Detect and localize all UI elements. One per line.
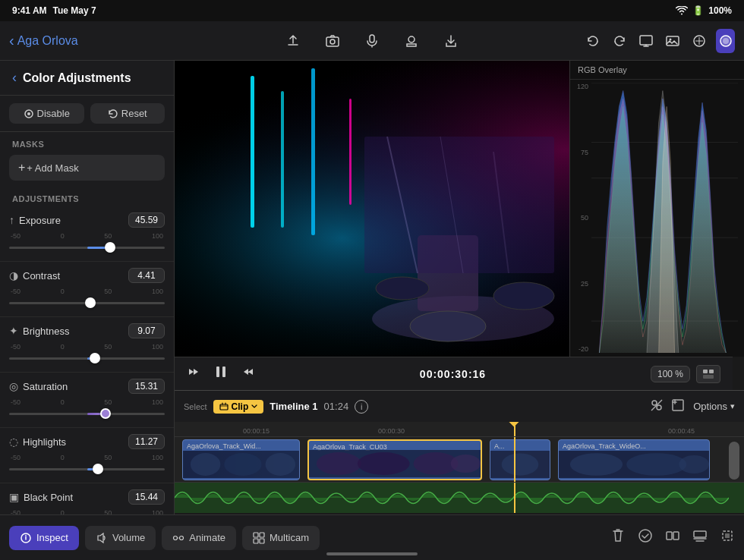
wifi-icon [676,6,688,15]
highlights-value[interactable]: 11.27 [128,434,165,449]
highlights-slider[interactable] [9,461,165,477]
clip-badge: Clip [213,400,264,414]
zoom-value[interactable]: 100 % [651,366,690,382]
blackpoint-value[interactable]: 15.44 [128,489,165,505]
transform-icon[interactable] [720,528,735,547]
transport-controls [187,363,255,384]
export-icon[interactable] [439,29,463,53]
track-clip-4[interactable]: AgaOrlova_Track_WideO... [558,439,710,480]
clip-label-3: A... [494,442,505,450]
timeline-name: Timeline 1 [270,401,317,412]
brightness-label: Brightness [23,326,69,337]
active-effect-icon[interactable] [716,29,735,53]
audio-wave-svg [175,483,729,513]
track-clip-1[interactable]: AgaOrlova_Track_Wid... [182,439,300,480]
svg-rect-15 [251,76,254,228]
playhead-marker [514,437,515,482]
blackpoint-tick-labels: -50050100 [9,509,165,514]
inspect-button[interactable]: Inspect [9,526,79,550]
svg-rect-42 [220,404,228,410]
adjustments-section-label: ADJUSTMENTS [0,187,174,206]
options-button[interactable]: Options ▾ [693,401,735,412]
exposure-tick-labels: -50050100 [9,232,165,240]
svg-point-53 [358,452,410,475]
redo-icon[interactable] [610,29,629,53]
back-button[interactable]: ‹ Aga Orlova [9,32,78,49]
main-content: RGB Overlay 120 75 50 25 -20 [175,61,744,357]
svg-point-72 [639,530,651,542]
rewind-button[interactable] [187,365,200,382]
svg-point-66 [174,536,178,540]
contrast-icon: ◑ [9,269,18,282]
rgb-overlay-title: RGB Overlay [570,61,744,80]
mic-icon[interactable] [360,29,384,53]
rgb-label-75: 75 [573,149,588,156]
contrast-slider[interactable] [9,295,165,310]
svg-point-49 [224,453,261,476]
view-toggle-button[interactable] [696,365,720,383]
detach-audio-icon[interactable] [692,528,708,547]
clip-chevron-icon [251,404,257,410]
reset-button[interactable]: Reset [90,103,166,124]
svg-rect-4 [640,36,652,45]
svg-point-67 [180,536,184,540]
delete-icon[interactable] [610,528,626,547]
volume-button[interactable]: Volume [85,526,156,550]
brightness-slider[interactable] [9,351,165,366]
rgb-label-120: 120 [573,83,588,90]
camera-icon[interactable] [320,29,345,53]
svg-point-25 [376,277,429,300]
brightness-value[interactable]: 9.07 [128,323,165,338]
scroll-handle[interactable] [729,442,739,480]
svg-point-3 [408,36,415,42]
info-icon[interactable]: i [355,400,368,414]
monitor-icon[interactable] [636,29,655,53]
exposure-value[interactable]: 45.59 [128,212,165,228]
svg-rect-16 [281,91,284,228]
exposure-icon: ↑ [9,214,14,226]
add-mask-button[interactable]: + + Add Mask [9,155,165,181]
svg-rect-74 [673,532,679,540]
panel-back-button[interactable]: ‹ [12,70,17,86]
multicam-icon [253,532,265,544]
saturation-slider[interactable] [9,406,165,421]
saturation-value[interactable]: 15.31 [128,379,165,394]
checkmark-icon[interactable] [638,528,653,547]
split-icon[interactable] [665,528,680,547]
multicam-button[interactable]: Multicam [242,526,320,550]
timeline-ruler[interactable]: 00:00:15 00:00:30 00:00:45 [175,422,744,437]
split-clip-icon[interactable] [649,398,664,416]
exposure-slider[interactable] [9,240,165,255]
disable-button[interactable]: Disable [9,103,84,124]
fast-forward-icon [241,365,255,379]
blackpoint-label: Black Point [24,492,73,503]
highlights-label: Highlights [23,436,66,448]
crop-icon[interactable] [670,398,686,416]
animate-button[interactable]: Animate [162,526,236,550]
clip-badge-label: Clip [232,401,249,412]
svg-rect-70 [254,539,258,543]
fast-forward-button[interactable] [241,365,255,382]
stamp-icon[interactable] [399,29,424,53]
svg-point-59 [570,453,623,476]
top-toolbar: ‹ Aga Orlova [0,21,744,61]
effects-icon[interactable] [689,29,708,53]
image-icon[interactable] [663,29,682,53]
play-pause-button[interactable] [213,363,229,384]
status-date: Tue May 7 [53,5,96,16]
clip-label-4: AgaOrlova_Track_WideO... [563,442,646,450]
share-icon[interactable] [281,29,305,53]
contrast-value[interactable]: 4.41 [128,268,165,283]
timeline-left: Select Clip Timeline 1 01:24 i [184,400,368,414]
track-clip-3[interactable]: A... [490,439,550,480]
view-mode-icon [703,370,714,379]
project-title: Aga Orlova [17,34,78,48]
undo-icon[interactable] [583,29,602,53]
home-indicator [326,552,418,555]
svg-rect-0 [326,37,339,46]
svg-point-57 [502,453,539,475]
svg-point-61 [679,455,709,473]
masks-section-label: MASKS [0,132,174,152]
track-clip-2-active[interactable]: AgaOrlova_Track_CU03 [307,439,482,480]
plus-icon: + [18,161,25,175]
